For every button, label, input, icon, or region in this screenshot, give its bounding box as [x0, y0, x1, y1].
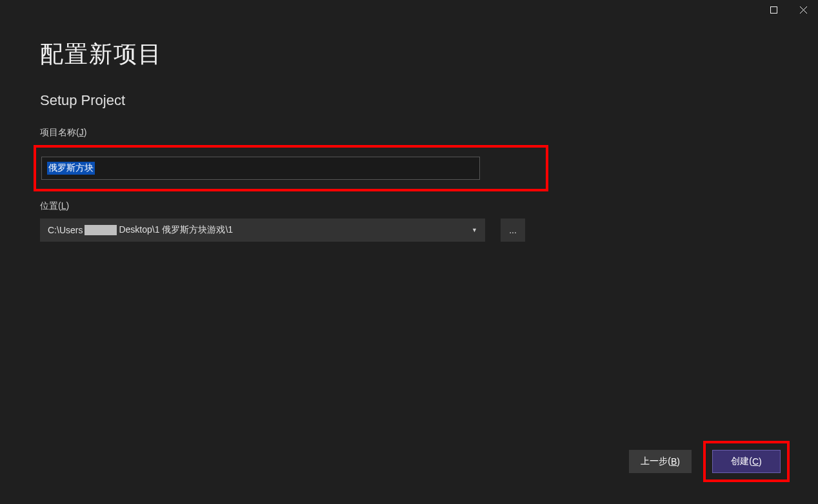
browse-button[interactable]: ... — [501, 218, 525, 242]
svg-rect-0 — [770, 6, 777, 13]
location-label: 位置(L) — [40, 200, 778, 212]
project-name-input[interactable]: 俄罗斯方块 — [41, 157, 480, 180]
maximize-icon — [770, 6, 777, 14]
title-bar — [0, 0, 818, 19]
location-select[interactable]: C:\Users Desktop\1 俄罗斯方块游戏\1 ▼ — [40, 218, 485, 242]
page-subtitle: Setup Project — [40, 92, 778, 109]
close-icon — [800, 6, 807, 14]
page-title: 配置新项目 — [40, 39, 778, 70]
close-button[interactable] — [788, 0, 818, 19]
project-name-value: 俄罗斯方块 — [47, 162, 95, 175]
footer: 上一步(B) 创建(C) — [629, 441, 790, 482]
back-button[interactable]: 上一步(B) — [629, 450, 692, 473]
content-area: 配置新项目 Setup Project 项目名称(J) 俄罗斯方块 位置(L) … — [0, 19, 818, 242]
chevron-down-icon: ▼ — [472, 227, 477, 233]
project-name-label: 项目名称(J) — [40, 127, 778, 139]
project-name-highlight: 俄罗斯方块 — [34, 145, 548, 191]
create-button-highlight: 创建(C) — [703, 441, 790, 482]
create-button[interactable]: 创建(C) — [712, 450, 781, 473]
location-row: C:\Users Desktop\1 俄罗斯方块游戏\1 ▼ ... — [40, 218, 778, 242]
maximize-button[interactable] — [759, 0, 788, 19]
redacted-segment — [85, 225, 117, 235]
location-value: C:\Users Desktop\1 俄罗斯方块游戏\1 — [48, 224, 233, 236]
